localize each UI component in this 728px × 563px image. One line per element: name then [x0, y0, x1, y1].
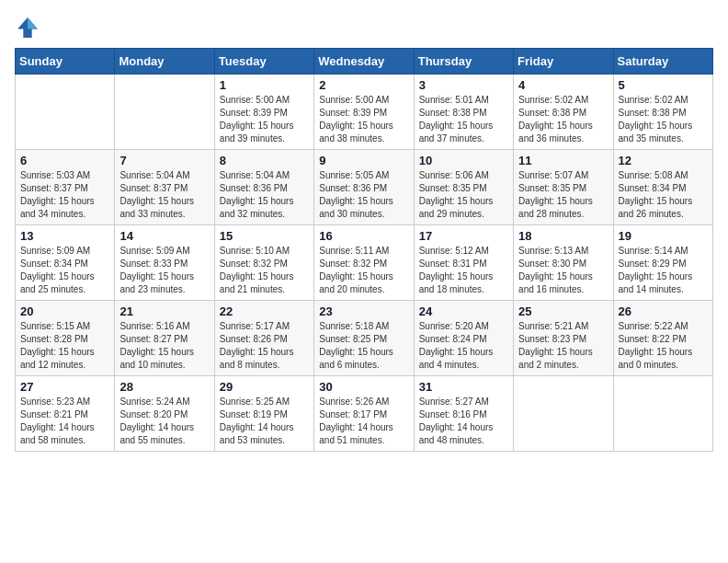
day-number: 13: [20, 229, 109, 243]
day-number: 2: [319, 78, 408, 92]
calendar-day-cell: [16, 75, 115, 150]
calendar-day-cell: 25 Sunrise: 5:21 AM Sunset: 8:23 PM Dayl…: [514, 301, 613, 376]
day-info: Sunrise: 5:13 AM Sunset: 8:30 PM Dayligh…: [518, 245, 608, 296]
calendar-day-cell: 26 Sunrise: 5:22 AM Sunset: 8:22 PM Dayl…: [613, 301, 712, 376]
day-info: Sunrise: 5:11 AM Sunset: 8:32 PM Dayligh…: [319, 245, 408, 296]
day-number: 11: [518, 154, 608, 167]
calendar-day-cell: 8 Sunrise: 5:04 AM Sunset: 8:36 PM Dayli…: [214, 150, 313, 225]
weekday-header-saturday: Saturday: [613, 49, 712, 75]
day-number: 23: [319, 304, 408, 318]
day-number: 17: [419, 229, 508, 243]
day-number: 9: [319, 154, 408, 167]
day-number: 4: [518, 78, 608, 92]
day-number: 22: [220, 304, 309, 318]
day-number: 12: [619, 154, 708, 167]
day-info: Sunrise: 5:01 AM Sunset: 8:38 PM Dayligh…: [419, 94, 508, 145]
calendar-day-cell: 9 Sunrise: 5:05 AM Sunset: 8:36 PM Dayli…: [314, 150, 414, 225]
calendar-day-cell: 16 Sunrise: 5:11 AM Sunset: 8:32 PM Dayl…: [314, 225, 414, 301]
day-number: 30: [319, 380, 408, 394]
calendar-day-cell: [613, 376, 712, 452]
day-info: Sunrise: 5:14 AM Sunset: 8:29 PM Dayligh…: [619, 245, 708, 296]
day-info: Sunrise: 5:18 AM Sunset: 8:25 PM Dayligh…: [319, 320, 408, 372]
calendar-day-cell: 18 Sunrise: 5:13 AM Sunset: 8:30 PM Dayl…: [514, 225, 613, 301]
day-number: 10: [419, 154, 508, 167]
calendar-day-cell: 24 Sunrise: 5:20 AM Sunset: 8:24 PM Dayl…: [414, 301, 513, 376]
day-number: 27: [20, 380, 109, 394]
calendar-day-cell: 29 Sunrise: 5:25 AM Sunset: 8:19 PM Dayl…: [214, 376, 313, 452]
day-number: 1: [220, 78, 309, 92]
weekday-header-wednesday: Wednesday: [314, 49, 414, 75]
day-info: Sunrise: 5:16 AM Sunset: 8:27 PM Dayligh…: [119, 320, 209, 372]
day-number: 28: [119, 380, 209, 394]
day-info: Sunrise: 5:25 AM Sunset: 8:19 PM Dayligh…: [220, 396, 309, 447]
day-number: 21: [119, 304, 209, 318]
day-number: 8: [220, 154, 309, 167]
day-info: Sunrise: 5:27 AM Sunset: 8:16 PM Dayligh…: [419, 396, 508, 447]
day-number: 25: [518, 304, 608, 318]
calendar-day-cell: 10 Sunrise: 5:06 AM Sunset: 8:35 PM Dayl…: [414, 150, 513, 225]
calendar-day-cell: 28 Sunrise: 5:24 AM Sunset: 8:20 PM Dayl…: [115, 376, 214, 452]
calendar-week-row: 13 Sunrise: 5:09 AM Sunset: 8:34 PM Dayl…: [16, 225, 713, 301]
day-info: Sunrise: 5:23 AM Sunset: 8:21 PM Dayligh…: [20, 396, 109, 447]
day-number: 24: [419, 304, 508, 318]
calendar-day-cell: 19 Sunrise: 5:14 AM Sunset: 8:29 PM Dayl…: [613, 225, 712, 301]
calendar-week-row: 6 Sunrise: 5:03 AM Sunset: 8:37 PM Dayli…: [16, 150, 713, 225]
day-number: 15: [220, 229, 309, 243]
day-info: Sunrise: 5:24 AM Sunset: 8:20 PM Dayligh…: [119, 396, 209, 447]
weekday-header-friday: Friday: [514, 49, 613, 75]
logo: [15, 15, 46, 40]
day-info: Sunrise: 5:26 AM Sunset: 8:17 PM Dayligh…: [319, 396, 408, 447]
day-number: 7: [119, 154, 209, 167]
day-info: Sunrise: 5:21 AM Sunset: 8:23 PM Dayligh…: [518, 320, 608, 372]
day-number: 29: [220, 380, 309, 394]
day-number: 19: [619, 229, 708, 243]
calendar-day-cell: 22 Sunrise: 5:17 AM Sunset: 8:26 PM Dayl…: [214, 301, 313, 376]
day-number: 6: [20, 154, 109, 167]
calendar-day-cell: 15 Sunrise: 5:10 AM Sunset: 8:32 PM Dayl…: [214, 225, 313, 301]
day-info: Sunrise: 5:07 AM Sunset: 8:35 PM Dayligh…: [518, 169, 608, 221]
weekday-header-sunday: Sunday: [16, 49, 115, 75]
day-info: Sunrise: 5:00 AM Sunset: 8:39 PM Dayligh…: [220, 94, 309, 145]
day-info: Sunrise: 5:12 AM Sunset: 8:31 PM Dayligh…: [419, 245, 508, 296]
day-info: Sunrise: 5:00 AM Sunset: 8:39 PM Dayligh…: [319, 94, 408, 145]
calendar-day-cell: 11 Sunrise: 5:07 AM Sunset: 8:35 PM Dayl…: [514, 150, 613, 225]
calendar-day-cell: 27 Sunrise: 5:23 AM Sunset: 8:21 PM Dayl…: [16, 376, 115, 452]
day-info: Sunrise: 5:15 AM Sunset: 8:28 PM Dayligh…: [20, 320, 109, 372]
day-info: Sunrise: 5:09 AM Sunset: 8:33 PM Dayligh…: [119, 245, 209, 296]
weekday-header-row: SundayMondayTuesdayWednesdayThursdayFrid…: [16, 49, 713, 75]
day-info: Sunrise: 5:22 AM Sunset: 8:22 PM Dayligh…: [619, 320, 708, 372]
day-info: Sunrise: 5:03 AM Sunset: 8:37 PM Dayligh…: [20, 169, 109, 221]
calendar-day-cell: 7 Sunrise: 5:04 AM Sunset: 8:37 PM Dayli…: [115, 150, 214, 225]
day-info: Sunrise: 5:17 AM Sunset: 8:26 PM Dayligh…: [220, 320, 309, 372]
day-info: Sunrise: 5:04 AM Sunset: 8:36 PM Dayligh…: [220, 169, 309, 221]
calendar-week-row: 27 Sunrise: 5:23 AM Sunset: 8:21 PM Dayl…: [16, 376, 713, 452]
day-number: 16: [319, 229, 408, 243]
svg-marker-1: [28, 17, 38, 29]
day-info: Sunrise: 5:05 AM Sunset: 8:36 PM Dayligh…: [319, 169, 408, 221]
weekday-header-thursday: Thursday: [414, 49, 513, 75]
calendar-day-cell: 31 Sunrise: 5:27 AM Sunset: 8:16 PM Dayl…: [414, 376, 513, 452]
calendar-day-cell: 30 Sunrise: 5:26 AM Sunset: 8:17 PM Dayl…: [314, 376, 414, 452]
day-info: Sunrise: 5:08 AM Sunset: 8:34 PM Dayligh…: [619, 169, 708, 221]
weekday-header-tuesday: Tuesday: [214, 49, 313, 75]
calendar-week-row: 1 Sunrise: 5:00 AM Sunset: 8:39 PM Dayli…: [16, 75, 713, 150]
day-number: 18: [518, 229, 608, 243]
calendar-table: SundayMondayTuesdayWednesdayThursdayFrid…: [15, 48, 713, 452]
calendar-day-cell: 14 Sunrise: 5:09 AM Sunset: 8:33 PM Dayl…: [115, 225, 214, 301]
day-number: 3: [419, 78, 508, 92]
calendar-day-cell: 2 Sunrise: 5:00 AM Sunset: 8:39 PM Dayli…: [314, 75, 414, 150]
calendar-week-row: 20 Sunrise: 5:15 AM Sunset: 8:28 PM Dayl…: [16, 301, 713, 376]
calendar-day-cell: 4 Sunrise: 5:02 AM Sunset: 8:38 PM Dayli…: [514, 75, 613, 150]
calendar-day-cell: 3 Sunrise: 5:01 AM Sunset: 8:38 PM Dayli…: [414, 75, 513, 150]
calendar-day-cell: 1 Sunrise: 5:00 AM Sunset: 8:39 PM Dayli…: [214, 75, 313, 150]
calendar-day-cell: 20 Sunrise: 5:15 AM Sunset: 8:28 PM Dayl…: [16, 301, 115, 376]
calendar-day-cell: 5 Sunrise: 5:02 AM Sunset: 8:38 PM Dayli…: [613, 75, 712, 150]
day-number: 5: [619, 78, 708, 92]
calendar-day-cell: 17 Sunrise: 5:12 AM Sunset: 8:31 PM Dayl…: [414, 225, 513, 301]
logo-icon: [15, 15, 40, 40]
day-info: Sunrise: 5:10 AM Sunset: 8:32 PM Dayligh…: [220, 245, 309, 296]
calendar-day-cell: 21 Sunrise: 5:16 AM Sunset: 8:27 PM Dayl…: [115, 301, 214, 376]
day-number: 26: [619, 304, 708, 318]
day-info: Sunrise: 5:06 AM Sunset: 8:35 PM Dayligh…: [419, 169, 508, 221]
day-info: Sunrise: 5:02 AM Sunset: 8:38 PM Dayligh…: [518, 94, 608, 145]
